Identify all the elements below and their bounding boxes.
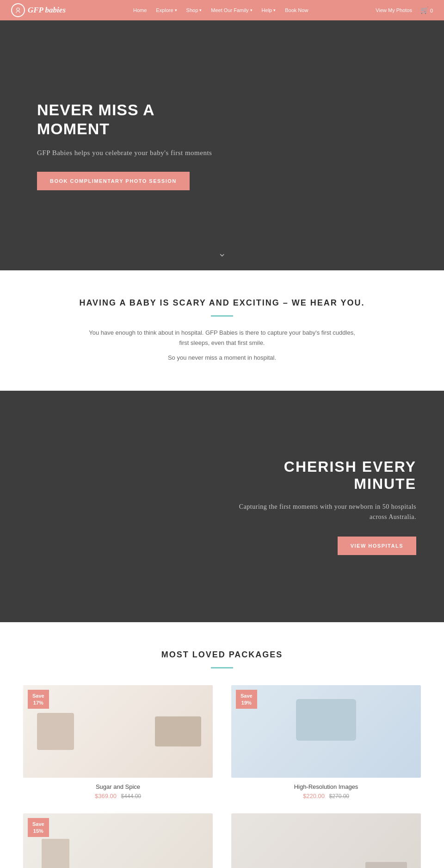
hero-subtitle: GFP Babies helps you celebrate your baby… bbox=[37, 148, 231, 158]
view-hospitals-button[interactable]: VIEW HOSPITALS bbox=[338, 537, 416, 555]
navigation: GFP babies Home Explore ▾ Shop ▾ Meet Ou… bbox=[0, 0, 444, 20]
cart-icon[interactable]: 🛒 0 bbox=[420, 6, 433, 14]
view-photos-link[interactable]: View My Photos bbox=[376, 7, 412, 13]
packages-grid: Save 17% Sugar and Spice $369.00 $444.00… bbox=[23, 685, 421, 868]
logo-text: GFP babies bbox=[28, 6, 66, 15]
book-session-button[interactable]: BOOK COMPLIMENTARY PHOTO SESSION bbox=[37, 172, 190, 190]
teal-divider bbox=[211, 315, 233, 317]
nav-home[interactable]: Home bbox=[133, 7, 147, 13]
tagline-heading: HAVING A BABY IS SCARY AND EXCITING – WE… bbox=[18, 298, 426, 308]
package-baby-prints[interactable]: Baby Prints from $45.00 bbox=[231, 813, 421, 868]
nav-logo[interactable]: GFP babies bbox=[11, 3, 66, 17]
hero-content: NEVER MISS A MOMENT GFP Babies helps you… bbox=[37, 100, 231, 190]
nav-links: Home Explore ▾ Shop ▾ Meet Our Family ▾ … bbox=[66, 7, 376, 13]
package-high-res[interactable]: Save 19% High-Resolution Images $220.00 … bbox=[231, 685, 421, 799]
tagline-body2: So you never miss a moment in hospital. bbox=[83, 353, 361, 363]
tagline-section: HAVING A BABY IS SCARY AND EXCITING – WE… bbox=[0, 270, 444, 391]
package-image-special-moments: Save 15% bbox=[23, 813, 213, 868]
package-image-baby-prints bbox=[231, 813, 421, 868]
package-name-sugar-spice: Sugar and Spice bbox=[23, 783, 213, 790]
chevron-down-icon: ▾ bbox=[273, 8, 276, 12]
package-special-moments[interactable]: Save 15% Special Moments $230.00 $270.00 bbox=[23, 813, 213, 868]
nav-right: View My Photos 🛒 0 bbox=[376, 6, 433, 14]
nav-help[interactable]: Help ▾ bbox=[262, 7, 276, 13]
chevron-down-icon: ▾ bbox=[199, 8, 202, 12]
nav-book-now[interactable]: Book Now bbox=[285, 7, 308, 13]
logo-icon bbox=[11, 3, 25, 17]
save-badge-sugar-spice: Save 17% bbox=[28, 690, 49, 709]
package-price-high-res: $220.00 $270.00 bbox=[231, 793, 421, 799]
save-badge-high-res: Save 19% bbox=[236, 690, 257, 709]
cherish-content: CHERISH EVERY MINUTE Capturing the first… bbox=[231, 458, 416, 555]
save-badge-special-moments: Save 15% bbox=[28, 818, 49, 837]
cherish-title: CHERISH EVERY MINUTE bbox=[231, 458, 416, 493]
hero-section: NEVER MISS A MOMENT GFP Babies helps you… bbox=[0, 20, 444, 270]
tagline-body1: You have enough to think about in hospit… bbox=[83, 328, 361, 348]
logo-baby-icon bbox=[15, 7, 21, 13]
nav-shop[interactable]: Shop ▾ bbox=[186, 7, 202, 13]
chevron-down-icon: ▾ bbox=[250, 8, 253, 12]
package-price-sugar-spice: $369.00 $444.00 bbox=[23, 793, 213, 799]
packages-section: MOST LOVED PACKAGES Save 17% Sugar and S… bbox=[0, 622, 444, 868]
package-image-high-res: Save 19% bbox=[231, 685, 421, 778]
nav-explore[interactable]: Explore ▾ bbox=[156, 7, 177, 13]
scroll-down-chevron[interactable]: ⌄ bbox=[218, 247, 226, 259]
cherish-section: CHERISH EVERY MINUTE Capturing the first… bbox=[0, 391, 444, 622]
package-name-high-res: High-Resolution Images bbox=[231, 783, 421, 790]
nav-meet-family[interactable]: Meet Our Family ▾ bbox=[211, 7, 252, 13]
cherish-subtitle: Capturing the first moments with your ne… bbox=[231, 502, 416, 523]
packages-heading: MOST LOVED PACKAGES bbox=[18, 650, 426, 660]
svg-point-0 bbox=[17, 8, 19, 11]
hero-title: NEVER MISS A MOMENT bbox=[37, 100, 231, 138]
package-sugar-spice[interactable]: Save 17% Sugar and Spice $369.00 $444.00 bbox=[23, 685, 213, 799]
package-image-sugar-spice: Save 17% bbox=[23, 685, 213, 778]
packages-teal-divider bbox=[211, 667, 233, 668]
chevron-down-icon: ▾ bbox=[175, 8, 177, 12]
